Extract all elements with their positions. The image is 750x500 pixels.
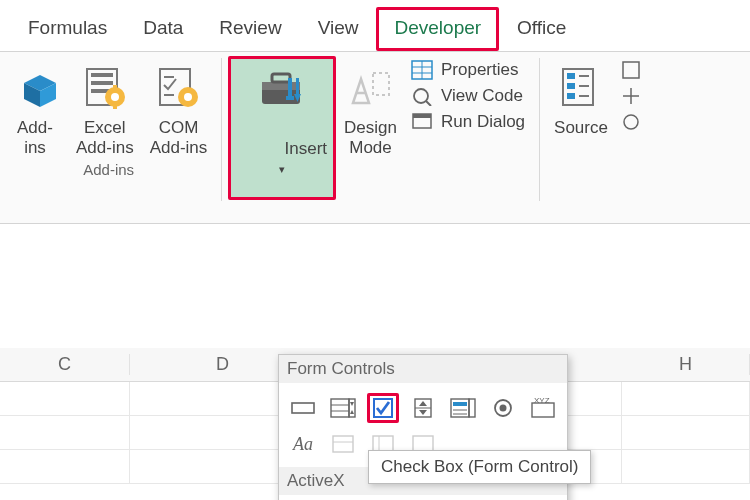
excel-addins-button[interactable]: Excel Add-ins: [68, 56, 142, 159]
tab-review[interactable]: Review: [201, 7, 299, 51]
design-mode-button[interactable]: Design Mode: [336, 56, 405, 200]
tab-developer[interactable]: Developer: [376, 7, 499, 51]
cell[interactable]: [0, 450, 130, 483]
svg-rect-10: [113, 85, 117, 91]
svg-rect-36: [567, 73, 575, 79]
group-xml: Source: [544, 52, 652, 223]
svg-rect-42: [623, 62, 639, 78]
design-mode-label: Design Mode: [344, 116, 397, 157]
svg-rect-59: [453, 402, 467, 406]
run-dialog-label: Run Dialog: [441, 112, 525, 132]
svg-rect-6: [91, 81, 113, 85]
xml-item-3[interactable]: [620, 112, 642, 132]
svg-rect-46: [292, 403, 314, 413]
ribbon-tabs: Formulas Data Review View Developer Offi…: [0, 0, 750, 52]
cube-icon: [10, 58, 60, 116]
form-label-icon[interactable]: Aa: [287, 429, 319, 459]
group-addins-label: Add-ins: [83, 161, 134, 178]
form-controls-header: Form Controls: [279, 355, 567, 383]
svg-rect-47: [331, 399, 349, 417]
svg-rect-11: [113, 103, 117, 109]
properties-label: Properties: [441, 60, 518, 80]
run-dialog-button[interactable]: Run Dialog: [411, 112, 525, 132]
svg-point-45: [624, 115, 638, 129]
map-icon: [620, 60, 642, 80]
svg-rect-65: [532, 403, 554, 417]
svg-marker-57: [419, 410, 427, 415]
com-addins-icon: [154, 58, 202, 116]
addins-button[interactable]: Add- ins: [2, 56, 68, 159]
cell[interactable]: [0, 382, 130, 415]
group-controls: Insert▾ Design Mode Pr: [226, 52, 535, 223]
svg-rect-50: [349, 399, 355, 417]
view-code-label: View Code: [441, 86, 523, 106]
view-code-button[interactable]: View Code: [411, 86, 525, 106]
svg-rect-62: [469, 399, 475, 417]
excel-addins-icon: [81, 58, 129, 116]
com-addins-label: COM Add-ins: [150, 116, 208, 157]
svg-rect-21: [286, 96, 294, 100]
col-h[interactable]: H: [622, 354, 750, 375]
svg-rect-19: [272, 74, 290, 82]
ribbon: Add- ins Excel Add-ins: [0, 52, 750, 224]
properties-icon: [411, 60, 433, 80]
form-combobox-icon[interactable]: [327, 393, 359, 423]
tab-formulas[interactable]: Formulas: [10, 7, 125, 51]
svg-rect-20: [288, 78, 292, 96]
controls-small-list: Properties View Code Run Dialog: [405, 56, 533, 200]
excel-addins-label: Excel Add-ins: [76, 116, 134, 157]
tab-office[interactable]: Office: [499, 7, 584, 51]
svg-rect-34: [413, 114, 431, 118]
properties-button[interactable]: Properties: [411, 60, 525, 80]
source-label: Source: [554, 116, 608, 138]
source-icon: [557, 58, 605, 116]
group-addins: Add- ins Excel Add-ins: [0, 52, 217, 223]
svg-point-31: [414, 89, 428, 103]
svg-line-32: [426, 101, 431, 106]
form-button-icon[interactable]: [287, 393, 319, 423]
cell[interactable]: [622, 382, 750, 415]
addins-label: Add- ins: [17, 116, 53, 157]
xml-small-list: [616, 56, 650, 140]
svg-rect-38: [567, 93, 575, 99]
form-option-icon[interactable]: [487, 393, 519, 423]
design-mode-icon: [347, 58, 395, 116]
form-spinner-icon[interactable]: [407, 393, 439, 423]
xml-item-1[interactable]: [620, 60, 642, 80]
tooltip: Check Box (Form Control): [368, 450, 591, 484]
form-listbox-icon[interactable]: [447, 393, 479, 423]
tab-data[interactable]: Data: [125, 7, 201, 51]
separator: [221, 58, 222, 201]
cell[interactable]: [0, 416, 130, 449]
cell[interactable]: [622, 416, 750, 449]
form-controls-grid: XYZ Aa: [287, 387, 559, 459]
run-dialog-icon: [411, 112, 433, 132]
svg-point-64: [500, 405, 507, 412]
separator: [539, 58, 540, 201]
svg-rect-22: [296, 78, 299, 94]
com-addins-button[interactable]: COM Add-ins: [142, 56, 216, 159]
insert-button[interactable]: Insert▾: [228, 56, 336, 200]
toolbox-icon: [256, 59, 308, 117]
spreadsheet: Form Controls XYZ Aa ActiveX: [0, 348, 750, 500]
tab-view[interactable]: View: [300, 7, 377, 51]
svg-text:XYZ: XYZ: [534, 397, 550, 405]
col-c[interactable]: C: [0, 354, 130, 375]
svg-marker-56: [419, 401, 427, 406]
form-groupbox-icon[interactable]: XYZ: [527, 393, 559, 423]
source-button[interactable]: Source: [546, 56, 616, 140]
view-code-icon: [411, 86, 433, 106]
form-checkbox-icon[interactable]: [367, 393, 399, 423]
expand-icon: [620, 86, 642, 106]
svg-rect-5: [91, 73, 113, 77]
svg-rect-26: [373, 73, 389, 95]
insert-label: Insert▾: [237, 117, 327, 197]
svg-point-16: [184, 93, 192, 101]
xml-item-2[interactable]: [620, 86, 642, 106]
svg-rect-37: [567, 83, 575, 89]
cell[interactable]: [622, 450, 750, 483]
svg-marker-51: [350, 402, 354, 406]
form-disabled-1-icon: [327, 429, 359, 459]
svg-marker-52: [350, 410, 354, 414]
svg-rect-67: [333, 436, 353, 452]
